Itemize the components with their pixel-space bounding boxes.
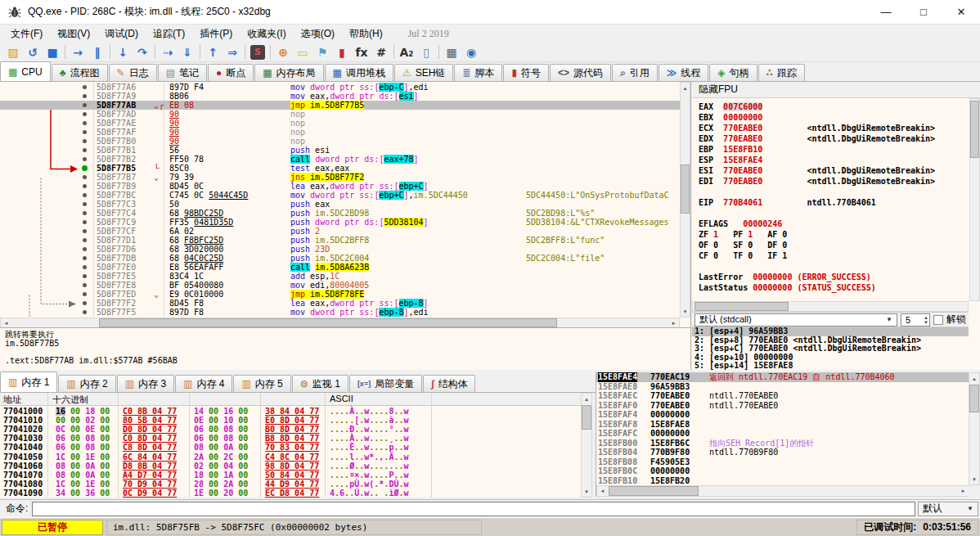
menu-item[interactable]: 插件(P) bbox=[192, 26, 240, 41]
scroll-right-icon[interactable]: ▸ bbox=[958, 486, 969, 496]
stack-row[interactable]: 15E8FB0C00000000 bbox=[596, 466, 969, 476]
scroll-down-icon[interactable]: ▾ bbox=[681, 306, 690, 317]
tab-breakpoints[interactable]: ●断点 bbox=[208, 64, 254, 81]
disasm-row[interactable]: 5D8F77AF90nop bbox=[0, 128, 680, 137]
registers-pane[interactable]: 隐藏FPU EAX 007C6000EBX 00000000ECX 770EAB… bbox=[692, 82, 980, 370]
step-out-icon[interactable]: ↑ bbox=[203, 43, 223, 61]
disassembly-pane[interactable]: 5D8F77A6897D F4mov dword ptr ss:[ebp-C],… bbox=[0, 82, 691, 370]
dump-row[interactable]: 7704109034 00 36 000C D9 04 771E 00 20 0… bbox=[0, 489, 581, 498]
tab-notes[interactable]: ▤笔记 bbox=[158, 64, 207, 81]
tab-log[interactable]: ✎日志 bbox=[109, 64, 157, 81]
tab-graph[interactable]: ♣流程图 bbox=[52, 64, 108, 81]
stack-row[interactable]: 15E8FAF400000000 bbox=[596, 410, 969, 420]
menu-item[interactable]: 追踪(T) bbox=[146, 26, 192, 41]
disasm-row[interactable]: 5D8F77AD90nop bbox=[0, 110, 680, 119]
memory-dump-pane[interactable]: 地址 十六进制 ASCII 7704100016 00 18 00C0 8B 0… bbox=[0, 393, 581, 498]
bookmarks-icon[interactable]: ▮ bbox=[332, 43, 352, 61]
tab-script[interactable]: ≣脚本 bbox=[454, 64, 502, 81]
disasm-row[interactable]: 5D8F77C468 98BDC25Dpush im.5DC2BD985DC2B… bbox=[0, 209, 680, 218]
menu-item[interactable]: 文件(F) bbox=[3, 26, 50, 41]
dump-row[interactable]: 7704103006 00 08 00C0 8D 04 7706 00 08 0… bbox=[0, 434, 581, 443]
argument-line[interactable]: 5: [esp+14] 15E8FAE8 bbox=[692, 362, 969, 370]
scroll-thumb[interactable] bbox=[970, 101, 979, 158]
register-line[interactable]: EBP 15E8FB10 bbox=[699, 144, 965, 155]
stack-row[interactable]: 15E8FAEC770EABE0ntdll.770EABE0 bbox=[596, 391, 969, 401]
stack-row[interactable]: 15E8FAFC00000000 bbox=[596, 429, 969, 439]
disasm-row[interactable]: 5D8F77C9FF35 0481D35Dpush dword ptr ds:[… bbox=[0, 218, 680, 227]
functions-icon[interactable]: fx bbox=[352, 43, 371, 61]
minimize-button[interactable]: — bbox=[867, 0, 905, 25]
scroll-thumb[interactable] bbox=[969, 385, 979, 412]
dump-row[interactable]: 770410801C 00 1E 0070 D9 04 7728 00 2A 0… bbox=[0, 480, 581, 489]
modules-icon[interactable]: ▯ bbox=[416, 43, 436, 61]
internet-icon[interactable]: ◉ bbox=[461, 43, 481, 61]
menu-item[interactable]: 帮助(H) bbox=[342, 26, 390, 41]
dump-row[interactable]: 7704101000 00 02 0080 5B 04 770E 00 10 0… bbox=[0, 416, 581, 425]
dump-row[interactable]: 770410200C 00 0E 00D0 8D 04 7706 00 08 0… bbox=[0, 425, 581, 434]
disasm-row[interactable]: 5D8F77A98B06mov eax,dword ptr ds:[esi] bbox=[0, 92, 680, 101]
menu-item[interactable]: 选项(O) bbox=[294, 26, 342, 41]
dump-row[interactable]: 7704107008 00 0A 00A4 D7 04 7718 00 1A 0… bbox=[0, 471, 581, 480]
stack-row[interactable]: 15E8FB0015E8FB6C指向SEH_Record[1]的指针 bbox=[596, 439, 969, 448]
dump-row[interactable]: 7704106008 00 0A 00D8 8B 04 7702 00 04 0… bbox=[0, 462, 581, 471]
close-button[interactable]: ✕ bbox=[942, 0, 980, 25]
tab-threads[interactable]: ≫线程 bbox=[659, 64, 709, 81]
stack-pane[interactable]: 15E8FAE4770EAC19返回到 ntdll.770EAC19 自 ntd… bbox=[596, 372, 969, 497]
unlock-checkbox[interactable] bbox=[933, 315, 943, 325]
register-line[interactable]: EDI 770EABE0 <ntdll.DbgUiRemoteBreakin> bbox=[699, 176, 965, 187]
register-line[interactable]: ESI 770EABE0 <ntdll.DbgUiRemoteBreakin> bbox=[699, 165, 965, 176]
scroll-thumb[interactable] bbox=[582, 405, 591, 430]
disasm-row[interactable]: 5D8F77B2FF50 78call dword ptr ds:[eax+78… bbox=[0, 155, 680, 164]
tab-references[interactable]: ⌕引用 bbox=[612, 64, 658, 81]
register-line[interactable]: EAX 007C6000 bbox=[699, 101, 965, 112]
disasm-row[interactable]: 5D8F77B5└85C0test eax,eax bbox=[0, 164, 680, 173]
run-icon[interactable]: → bbox=[68, 43, 88, 61]
disasm-row[interactable]: 5D8F77D168 F8BFC25Dpush im.5DC2BFF85DC2B… bbox=[0, 236, 680, 245]
argument-count-stepper[interactable]: 5 ▲▼ bbox=[901, 313, 930, 327]
disasm-row[interactable]: 5D8F77B156push esi bbox=[0, 146, 680, 155]
disasm-row[interactable]: 5D8F77F28D45 F8lea eax,dword ptr ss:[ebp… bbox=[0, 299, 680, 308]
comments-icon[interactable]: ▭ bbox=[293, 43, 312, 61]
tab-seh[interactable]: ⚠SEH链 bbox=[394, 64, 453, 81]
scroll-up-icon[interactable]: ▴ bbox=[582, 394, 591, 404]
tab-watch-1[interactable]: ⊙监视 1 bbox=[292, 375, 348, 392]
disasm-row[interactable]: 5D8F77ED⌄E9 0C010000jmp im.5D8F78FE bbox=[0, 290, 680, 299]
scroll-thumb[interactable] bbox=[99, 318, 557, 327]
tab-dump-1[interactable]: ▥内存 1 bbox=[0, 372, 57, 392]
strings-icon[interactable]: S bbox=[250, 45, 265, 60]
scroll-left-icon[interactable]: ◂ bbox=[1, 318, 11, 327]
text-icon[interactable]: A₂ bbox=[397, 43, 416, 61]
register-line[interactable]: EBX 00000000 bbox=[699, 112, 965, 123]
scroll-thumb[interactable] bbox=[609, 486, 699, 496]
register-line[interactable]: CF 0 TF 0 IF 1 bbox=[699, 250, 965, 261]
stack-hscrollbar[interactable]: ◂ ▸ bbox=[596, 485, 969, 497]
restart-icon[interactable]: ↺ bbox=[23, 43, 43, 61]
stack-row[interactable]: 15E8FAE896A59BB3 bbox=[596, 382, 969, 392]
tab-source[interactable]: <>源代码 bbox=[550, 64, 611, 81]
stack-row[interactable]: 15E8FAF815E8FAE8 bbox=[596, 420, 969, 430]
scroll-up-icon[interactable]: ▴ bbox=[969, 373, 979, 384]
stack-row[interactable]: 15E8FB1015E8FB20 bbox=[596, 476, 969, 486]
run-to-user-icon[interactable]: ⇒ bbox=[223, 43, 242, 61]
pause-icon[interactable]: ‖ bbox=[88, 43, 107, 61]
scroll-down-icon[interactable]: ▾ bbox=[969, 474, 979, 484]
stack-row[interactable]: 15E8FB08F45905E3 bbox=[596, 457, 969, 467]
tab-dump-3[interactable]: ▥内存 3 bbox=[117, 375, 174, 392]
scroll-down-icon[interactable]: ▾ bbox=[582, 486, 591, 497]
register-line[interactable]: EFLAGS 00000246 bbox=[699, 218, 965, 229]
disasm-row[interactable]: 5D8F77B98D45 0Clea eax,dword ptr ss:[ebp… bbox=[0, 182, 680, 191]
stop-icon[interactable]: ■ bbox=[43, 43, 62, 61]
dump-row[interactable]: 7704100016 00 18 00C0 8B 04 7714 00 16 0… bbox=[0, 407, 581, 416]
step-into-icon[interactable]: ↓ bbox=[113, 43, 133, 61]
tab-dump-5[interactable]: ▥内存 5 bbox=[233, 375, 290, 392]
disasm-row[interactable]: 5D8F77E8BF 05400080mov edi,80004005 bbox=[0, 281, 680, 290]
hide-fpu-button[interactable]: 隐藏FPU bbox=[692, 82, 980, 98]
registers-vscrollbar[interactable] bbox=[969, 98, 980, 301]
register-line[interactable]: ECX 770EABE0 <ntdll.DbgUiRemoteBreakin> bbox=[699, 123, 965, 133]
patches-icon[interactable]: ⊕ bbox=[273, 43, 293, 61]
disasm-row[interactable]: 5D8F77D668 3D020000push 23D bbox=[0, 245, 680, 254]
disasm-row[interactable]: 5D8F77E0E8 56EAFAFFcall im.5D8A623B bbox=[0, 263, 680, 272]
execute-till-return-icon[interactable]: ⇓ bbox=[178, 43, 197, 61]
tab-locals[interactable]: [x=]局部变量 bbox=[349, 375, 422, 392]
disasm-row[interactable]: 5D8F77E583C4 1Cadd esp,1C bbox=[0, 272, 680, 281]
